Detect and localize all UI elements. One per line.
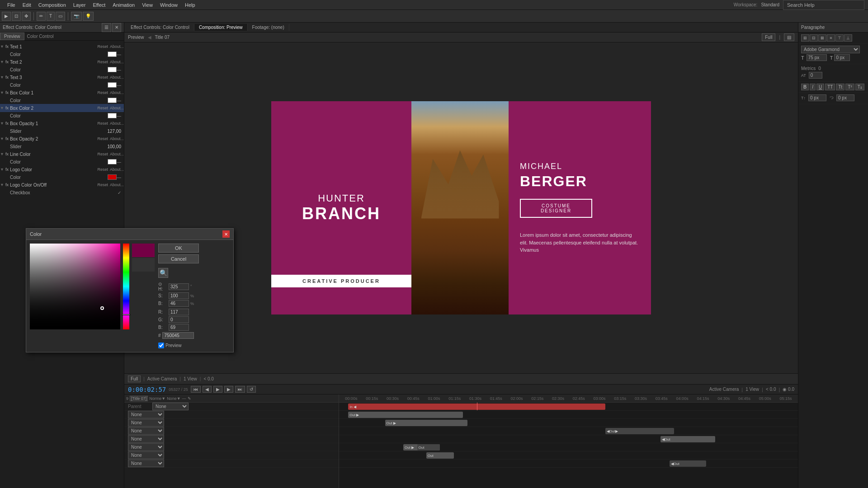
tl-btn-prev-frame[interactable]: ◀ <box>203 386 212 393</box>
tl-clip-4[interactable]: ◀Out▶ <box>605 428 674 434</box>
tl-track5-select[interactable]: None <box>128 435 164 443</box>
tl-clip-3[interactable]: Out ▶ <box>385 420 468 426</box>
toolbar-btn-1[interactable]: ▶ <box>2 12 11 21</box>
menu-edit[interactable]: Edit <box>19 1 35 9</box>
tl-track6-select[interactable]: None <box>128 443 164 451</box>
tl-clip-8[interactable]: Out <box>426 452 454 459</box>
toolbar-btn-text[interactable]: T <box>47 12 55 21</box>
linecolor-swatch[interactable] <box>108 159 117 164</box>
align-right[interactable]: ⊠ <box>818 34 826 42</box>
text1-about[interactable]: About... <box>110 44 124 49</box>
tl-track7-select[interactable]: None <box>128 451 164 459</box>
logocolor-reset[interactable]: Reset <box>97 167 108 172</box>
baseline-input[interactable] <box>808 94 826 101</box>
menu-file[interactable]: File <box>4 1 19 9</box>
align-middle[interactable]: ⊥ <box>844 34 852 42</box>
rp-bold[interactable]: B <box>801 84 809 90</box>
tl-track2-select[interactable]: None <box>128 411 164 418</box>
toolbar-btn-camera[interactable]: 📷 <box>71 12 82 21</box>
boxcolor1-reset[interactable]: Reset <box>97 90 108 95</box>
text3-about[interactable]: About... <box>110 75 124 80</box>
boxcolor2-reset[interactable]: Reset <box>97 106 108 110</box>
tl-track4-select[interactable]: None <box>128 427 164 435</box>
tl-btn-home[interactable]: ⏮ <box>191 386 201 393</box>
color-dialog[interactable]: Color ✕ <box>26 228 234 352</box>
color-gradient[interactable] <box>30 244 120 329</box>
logocolor-swatch[interactable] <box>108 174 117 180</box>
menu-composition[interactable]: Composition <box>35 1 70 9</box>
comp-fit-btn[interactable]: Full <box>128 375 141 382</box>
tl-btn-end[interactable]: ⏭ <box>235 386 245 393</box>
text2-about[interactable]: About... <box>110 60 124 64</box>
logocoloronoff-reset[interactable]: Reset <box>97 183 108 187</box>
tl-track3-select[interactable]: None <box>128 419 164 427</box>
align-top[interactable]: ⊤ <box>835 34 844 42</box>
rp-super[interactable]: T² <box>845 84 854 90</box>
toolbar-btn-3[interactable]: ✥ <box>22 12 31 21</box>
preview-checkbox[interactable] <box>158 343 164 348</box>
search-help[interactable]: Search Help <box>783 0 864 10</box>
tl-parent-select[interactable]: None <box>152 403 189 410</box>
hue-slider[interactable] <box>123 244 129 329</box>
menu-window[interactable]: Window <box>156 1 181 9</box>
rp-italic[interactable]: I <box>810 84 816 90</box>
menu-effect[interactable]: Effect <box>89 1 109 9</box>
tab-footage[interactable]: Footage: (none) <box>248 24 289 31</box>
boxcolor1-color-swatch[interactable] <box>108 98 117 103</box>
font-size-input[interactable] <box>807 54 827 61</box>
toolbar-btn-2[interactable]: ⊡ <box>12 12 21 21</box>
tl-btn-play[interactable]: ▶ <box>213 386 222 393</box>
leading-input[interactable] <box>834 54 850 61</box>
panel-menu-btn[interactable]: ☰ <box>102 23 111 32</box>
g-input[interactable] <box>169 316 189 323</box>
boxopacity1-reset[interactable]: Reset <box>97 121 108 126</box>
tl-track8-select[interactable]: None <box>128 460 164 467</box>
rp-smallcaps[interactable]: Tt <box>836 84 844 90</box>
color-cancel-btn[interactable]: Cancel <box>158 254 199 263</box>
toolbar-btn-light[interactable]: 💡 <box>83 12 94 21</box>
hex-input[interactable] <box>162 332 194 339</box>
boxopacity2-reset[interactable]: Reset <box>97 136 108 141</box>
r-input[interactable] <box>169 309 189 315</box>
color-dialog-close[interactable]: ✕ <box>222 230 230 238</box>
b2-input[interactable] <box>169 324 189 331</box>
logocoloronoff-about[interactable]: About... <box>110 183 124 187</box>
tl-clip-9[interactable]: ◀Out <box>670 460 706 467</box>
text1-reset[interactable]: Reset <box>97 44 108 49</box>
tab-effect-controls[interactable]: Effect Controls: Color Control <box>126 24 194 31</box>
menu-layer[interactable]: Layer <box>70 1 90 9</box>
menu-view[interactable]: View <box>138 1 156 9</box>
b-input[interactable] <box>169 300 189 307</box>
boxopacity1-about[interactable]: About... <box>110 121 124 126</box>
eyedropper-btn[interactable]: 🔍 <box>158 268 168 278</box>
comp-full-btn[interactable]: Full <box>762 33 775 41</box>
comp-view-btn[interactable]: ▤ <box>784 33 794 41</box>
tl-clip-2[interactable]: Out ▶ <box>348 412 463 418</box>
boxcolor2-color-swatch[interactable] <box>108 113 117 118</box>
h-input[interactable] <box>169 283 189 290</box>
linecolor-reset[interactable]: Reset <box>97 152 108 156</box>
tsumi-input[interactable] <box>836 94 854 101</box>
boxcolor1-about[interactable]: About... <box>110 90 124 95</box>
tracking-input[interactable] <box>809 72 822 79</box>
menu-help[interactable]: Help <box>181 1 199 9</box>
text1-color-swatch[interactable] <box>108 52 117 57</box>
boxopacity2-about[interactable]: About... <box>110 136 124 141</box>
tab-composition[interactable]: Composition: Preview <box>194 24 248 31</box>
logocoloronoff-checkbox[interactable]: ✓ <box>118 190 121 195</box>
align-justify[interactable]: ≡ <box>827 34 835 42</box>
text2-color-swatch[interactable] <box>108 67 117 72</box>
tl-clip-5[interactable]: ◀Out <box>660 436 716 442</box>
linecolor-about[interactable]: About... <box>110 152 124 156</box>
tl-btn-next-frame[interactable]: ▶ <box>224 386 233 393</box>
align-left[interactable]: ⊞ <box>801 34 809 42</box>
tl-layer-edit[interactable]: ✎ <box>188 396 191 401</box>
boxcolor2-about[interactable]: About... <box>110 106 124 110</box>
toolbar-btn-pen[interactable]: ✏ <box>37 12 46 21</box>
color-ok-btn[interactable]: OK <box>158 244 199 253</box>
toolbar-btn-shape[interactable]: ▭ <box>56 12 65 21</box>
text2-reset[interactable]: Reset <box>97 60 108 64</box>
font-select[interactable]: Adobe Garamond <box>801 46 860 53</box>
tl-clip-7[interactable]: Out <box>417 444 440 450</box>
s-input[interactable] <box>169 292 189 299</box>
